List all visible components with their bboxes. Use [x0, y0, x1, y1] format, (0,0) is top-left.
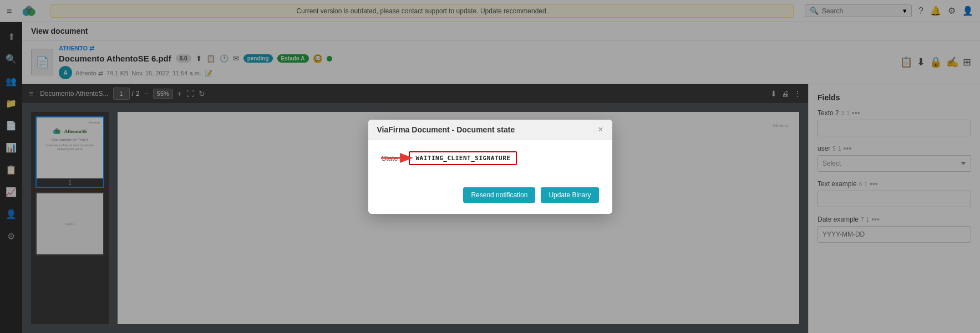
- modal-title: ViaFirma Document - Document state: [377, 125, 515, 134]
- state-badge-wrapper: WAITING_CLIENT_SIGNATURE: [409, 151, 517, 165]
- modal-body: State: WAITING_CLIENT_SIGNATURE: [368, 140, 612, 187]
- state-badge: WAITING_CLIENT_SIGNATURE: [409, 151, 517, 165]
- modal-header: ViaFirma Document - Document state ×: [368, 120, 612, 140]
- modal-footer: Resend notification Update Binary: [368, 187, 612, 214]
- modal-overlay: ViaFirma Document - Document state × Sta…: [0, 0, 980, 333]
- modal-state-row: State: WAITING_CLIENT_SIGNATURE: [382, 151, 599, 165]
- red-arrow-svg: [381, 147, 414, 169]
- resend-notification-button[interactable]: Resend notification: [463, 187, 535, 203]
- modal-close-button[interactable]: ×: [598, 125, 603, 134]
- update-binary-button[interactable]: Update Binary: [541, 187, 598, 203]
- modal-dialog: ViaFirma Document - Document state × Sta…: [368, 120, 612, 214]
